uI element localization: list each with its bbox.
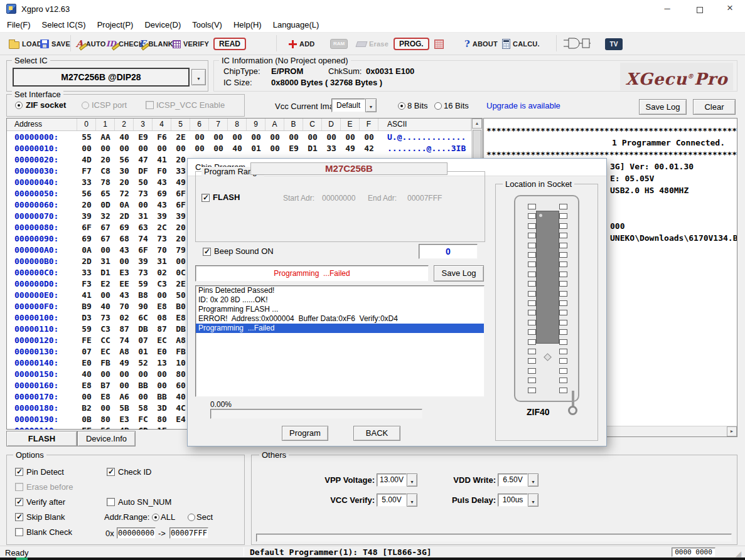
about-button[interactable]: ?ABOUT [464,35,498,53]
hex-byte: 33 [322,143,341,154]
menu-item-3[interactable]: Device(D) [139,18,186,31]
puls-delay-label: Puls Delay: [433,495,496,505]
icsp-port-radio[interactable] [82,102,89,109]
socket-button[interactable] [434,35,444,53]
hex-byte: FB [96,357,115,369]
zif-pin-slot [528,252,536,258]
add-button[interactable]: ADD [289,35,314,53]
hex-byte: BB [134,380,153,391]
range-end-input[interactable]: 00007FFF [169,527,208,539]
taskbar-app-icon[interactable] [16,557,28,560]
icsp-vcc-checkbox[interactable] [146,101,154,109]
read-button[interactable]: READ [213,35,246,53]
zif-socket-radio[interactable] [15,102,23,109]
ram-button: RAM [330,35,348,53]
select-ic-dropdown-button[interactable]: ▼ [191,69,206,85]
save-log-button[interactable]: Save Log [639,99,687,115]
vcc-imax-dropdown-button[interactable]: ▼ [365,98,377,112]
erase-before-checkbox[interactable] [15,483,23,491]
8-bits-radio[interactable] [398,102,405,110]
flash-checkbox[interactable] [201,194,210,202]
zif-pin-slot [528,320,536,325]
addr-range-sect-radio[interactable] [188,514,195,521]
logic-button[interactable] [562,35,591,53]
hex-byte: EC [153,335,171,346]
hex-byte: 00 [134,369,153,380]
floppy-disk-icon [40,40,49,48]
16-bits-radio[interactable] [434,102,442,110]
dialog-save-log-button[interactable]: Save Log [434,265,484,282]
addr-range-all-radio[interactable] [152,514,159,521]
tab-device-info[interactable]: Device.Info [77,431,136,446]
tv-button[interactable]: TV [605,35,623,53]
blank-button[interactable]: EBLANK [139,35,173,53]
clear-button[interactable]: Clear [693,99,736,115]
menu-item-4[interactable]: Tools(V) [186,18,228,31]
scroll-up-icon[interactable]: ▲ [472,119,482,129]
dialog-log-line[interactable]: Programming ...Failed [196,324,484,333]
hex-byte: F7 [77,166,96,177]
hex-byte: 56 [77,188,96,199]
puls-dropdown-button[interactable]: ▼ [528,494,539,507]
menu-item-0[interactable]: File(F) [1,18,36,31]
program-button[interactable]: Program [282,426,328,441]
hex-address: 00000110: [7,324,77,335]
resize-grip[interactable]: ◢ [736,549,741,558]
vpp-voltage-label: VPP Voltage: [308,475,375,485]
check-id-icon: ID [106,39,116,49]
verify-button[interactable]: VERIFY [173,35,209,53]
scroll-right-icon[interactable]: ► [727,426,737,436]
range-start-input[interactable]: 00000000 [117,527,156,539]
hex-address: 00000020: [7,154,77,166]
load-button[interactable]: LOAD [9,35,42,53]
dialog-log-line[interactable]: Programming FLASH ... [196,305,484,314]
vcc-imax-label: Vcc Current Imax: [275,102,340,111]
menu-item-1[interactable]: Select IC(S) [36,18,92,31]
upgrade-link[interactable]: Upgrade is available [486,101,560,110]
select-ic-combobox[interactable]: M27C256B @DIP28 [13,68,190,87]
pin-detect-checkbox[interactable] [15,468,23,476]
maximize-icon[interactable] [687,0,712,18]
menu-item-2[interactable]: Project(P) [92,18,139,31]
addr-range-label: Addr.Range: [104,512,149,522]
start-adr-label: Start Adr: [283,194,314,203]
vcc-verify-combobox[interactable]: 5.00V [377,494,407,507]
skip-blank-checkbox[interactable] [15,513,23,521]
back-button[interactable]: BACK [353,426,400,441]
verify-after-checkbox[interactable] [15,498,23,506]
vdd-write-combobox[interactable]: 6.50V [498,473,528,487]
vcc-dropdown-button[interactable]: ▼ [407,494,417,507]
vcc-imax-combobox[interactable]: Default [331,98,365,112]
prog-button[interactable]: PROG. [394,35,429,53]
auto-sn-checkbox[interactable] [107,498,115,506]
hex-byte: 00 [153,143,171,154]
vpp-dropdown-button[interactable]: ▼ [407,473,417,487]
close-icon[interactable]: × [717,0,742,18]
hex-row[interactable]: 00000010:0000000000000000400100E9D133494… [7,143,471,154]
hex-byte: 39 [153,211,171,222]
save-button[interactable]: SAVE [40,35,70,53]
dialog-log-line[interactable]: ID: 0x 20 8D ......OK! [196,295,484,305]
minimize-icon[interactable]: ─ [655,0,680,18]
check-id-checkbox[interactable] [107,468,115,476]
blank-check-checkbox[interactable] [15,528,23,536]
hex-byte: 31 [153,256,171,267]
hex-byte: B7 [96,380,115,391]
vpp-voltage-combobox[interactable]: 13.00V [377,473,407,487]
dialog-log-line[interactable]: ERROR! Address:0x000004 Buffer Data:0xF6… [196,314,484,324]
hex-byte: 74 [134,233,153,245]
puls-delay-combobox[interactable]: 100us [498,494,528,507]
tab-flash[interactable]: FLASH [6,431,77,446]
hex-row[interactable]: 00000000:55AA40E9F62E0000000000000000000… [7,132,471,143]
menu-item-5[interactable]: Help(H) [228,18,267,31]
calcu-button[interactable]: CALCU. [502,35,540,53]
erase-label: Erase [369,40,389,48]
zif-socket-label: ZIF socket [26,100,66,110]
zif-pin-slot [559,310,567,315]
auto-button[interactable]: AAUTO [76,35,105,53]
chevron-down-icon: ▼ [531,500,535,504]
beep-checkbox[interactable] [203,248,211,256]
vdd-dropdown-button[interactable]: ▼ [528,473,539,487]
dialog-log-line[interactable]: Pins Detected Passed! [196,286,484,295]
menu-item-6[interactable]: Language(L) [267,18,325,31]
